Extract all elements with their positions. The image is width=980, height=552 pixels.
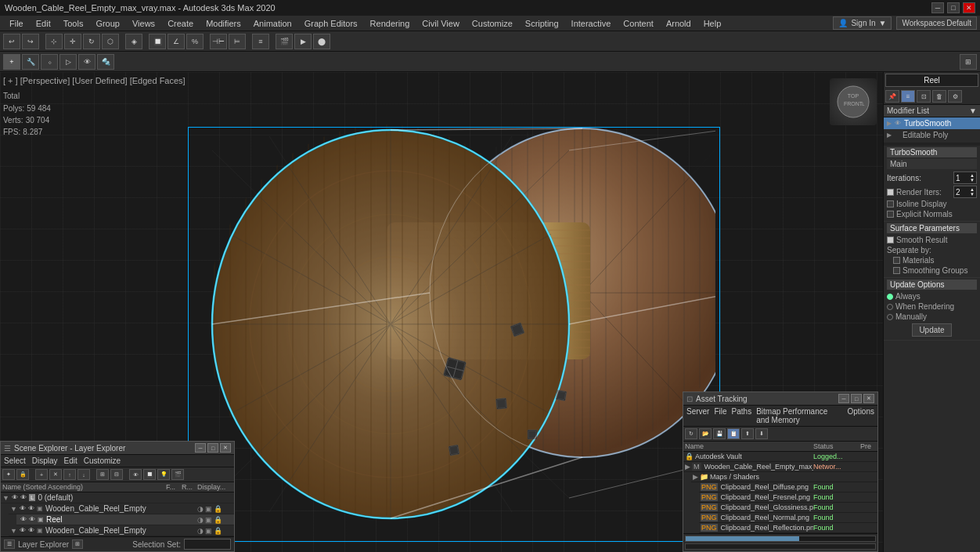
modifier-pin-icon[interactable]: 📌	[885, 90, 899, 103]
se-object-reel[interactable]: 👁 👁 ▣ Reel ◑ ▣ 🔒	[16, 514, 234, 525]
at-btn6[interactable]: ⬇	[755, 428, 768, 439]
se-menu-select[interactable]: Select	[4, 456, 26, 465]
at-btn5[interactable]: ⬆	[741, 428, 754, 439]
at-menu-paths[interactable]: Paths	[732, 407, 752, 424]
at-row-diffuse[interactable]: PNG Clipboard_Reel_Diffuse.png Found	[699, 482, 877, 492]
rotate-button[interactable]: ↻	[83, 34, 100, 49]
at-menu-server[interactable]: Server	[686, 407, 709, 424]
se-obj2-eye[interactable]: 👁	[20, 527, 26, 534]
render-setup-button[interactable]: 🎬	[276, 34, 293, 49]
snap-button[interactable]: 🔲	[149, 34, 166, 49]
at-row-maps[interactable]: ▶ 📁 Maps / Shaders	[691, 472, 877, 482]
se-obj1-eye2[interactable]: 👁	[28, 505, 34, 512]
smoothing-groups-checkbox[interactable]	[893, 267, 900, 274]
se-reel-eye[interactable]: 👁	[20, 516, 27, 523]
select-button[interactable]: ⊹	[45, 34, 63, 49]
se-btn6[interactable]: ⊟	[110, 469, 123, 480]
at-row-glossiness[interactable]: PNG Clipboard_Reel_Glossiness.png Found	[699, 503, 877, 513]
menu-help[interactable]: Help	[697, 17, 728, 30]
menu-interactive[interactable]: Interactive	[565, 17, 618, 30]
se-footer-btn1[interactable]: ☰	[4, 539, 15, 549]
se-obj1-disp-icon3[interactable]: 🔒	[214, 505, 222, 513]
close-button[interactable]: ✕	[963, 2, 975, 13]
at-btn2[interactable]: 📂	[699, 428, 712, 439]
align-button[interactable]: ⊨	[229, 34, 246, 49]
menu-tools[interactable]: Tools	[57, 17, 90, 30]
se-footer-btn2[interactable]: ⊞	[72, 539, 83, 549]
se-layer-default[interactable]: ▼ 👁 👁 L 0 (default)	[1, 492, 234, 503]
se-btn4[interactable]: ↓	[77, 469, 90, 480]
menu-create[interactable]: Create	[161, 17, 200, 30]
titlebar-controls[interactable]: ─ □ ✕	[931, 2, 975, 13]
material-editor-button[interactable]: ⬤	[313, 34, 330, 49]
at-menu-options[interactable]: Options	[848, 407, 874, 424]
at-close-button[interactable]: ✕	[863, 394, 874, 403]
se-close-button[interactable]: ✕	[220, 443, 231, 453]
angle-snap-button[interactable]: ∠	[168, 34, 185, 49]
at-minimize-button[interactable]: ─	[838, 394, 849, 403]
menu-graph-editors[interactable]: Graph Editors	[298, 17, 364, 30]
se-btn7[interactable]: 👁	[129, 469, 142, 480]
se-delete-button[interactable]: ✕	[49, 469, 62, 480]
se-reel-eye2[interactable]: 👁	[29, 516, 35, 523]
se-add-layer-button[interactable]: +	[35, 469, 48, 480]
se-minimize-button[interactable]: ─	[195, 443, 206, 453]
se-maximize-button[interactable]: □	[207, 443, 218, 453]
se-obj2-disp3[interactable]: 🔒	[214, 527, 222, 535]
menu-rendering[interactable]: Rendering	[364, 17, 416, 30]
at-btn3[interactable]: 💾	[713, 428, 726, 439]
render-button[interactable]: ▶	[294, 34, 312, 49]
se-menu-display[interactable]: Display	[32, 456, 58, 465]
at-controls[interactable]: ─ □ ✕	[838, 394, 874, 403]
smooth-result-checkbox[interactable]	[887, 236, 894, 244]
at-maps-toggle[interactable]: ▶	[693, 473, 698, 481]
se-select-all-button[interactable]: ✦	[2, 469, 15, 480]
se-layer-toggle[interactable]: ▼	[2, 494, 9, 502]
sign-in-dropdown-icon[interactable]: ▼	[879, 19, 887, 27]
se-reel-disp1[interactable]: ◑	[197, 516, 204, 524]
at-row-vault[interactable]: 🔒 Autodesk Vault Logged...	[683, 452, 877, 462]
modify-tab[interactable]: 🔧	[22, 54, 39, 70]
iterations-value[interactable]: 1 ▲ ▼	[953, 171, 977, 184]
percent-snap-button[interactable]: %	[186, 34, 204, 49]
menu-content[interactable]: Content	[617, 17, 660, 30]
render-iters-value[interactable]: 2 ▲ ▼	[953, 186, 977, 198]
mirror-button[interactable]: ⊣⊢	[210, 34, 227, 49]
menu-civil-view[interactable]: Civil View	[416, 17, 465, 30]
render-iter-down[interactable]: ▼	[970, 192, 975, 197]
materials-checkbox[interactable]	[893, 257, 900, 264]
se-object-wooden-cable-2[interactable]: ▼ 👁 👁 ▣ Wooden_Cable_Reel_Empty ◑ ▣ 🔒	[9, 525, 234, 536]
se-obj1-disp-icon2[interactable]: ▣	[205, 505, 212, 513]
at-btn1[interactable]: ↻	[685, 428, 697, 439]
menu-animation[interactable]: Animation	[247, 17, 298, 30]
se-obj2-eye2[interactable]: 👁	[28, 527, 34, 534]
menu-scripting[interactable]: Scripting	[519, 17, 565, 30]
at-btn4[interactable]: 📋	[727, 428, 740, 439]
se-obj1-toggle[interactable]: ▼	[10, 505, 17, 513]
modifier-editable-poly[interactable]: ▶ Editable Poly	[884, 129, 980, 141]
utilities-tab[interactable]: 🔩	[97, 54, 114, 70]
menu-edit[interactable]: Edit	[30, 17, 57, 30]
viewport-layout-button[interactable]: ⊞	[960, 54, 977, 70]
always-radio[interactable]	[887, 294, 893, 300]
se-lock-button[interactable]: 🔒	[16, 469, 29, 480]
modifier-config-icon[interactable]: ⚙	[948, 90, 962, 103]
sign-in-button[interactable]: 👤 Sign In ▼	[833, 16, 892, 30]
create-tab[interactable]: +	[3, 54, 20, 70]
layer-manager-button[interactable]: ≡	[252, 34, 269, 49]
motion-tab[interactable]: ▷	[59, 54, 77, 70]
menu-group[interactable]: Group	[89, 17, 126, 30]
modifier-list-dropdown-icon[interactable]: ▼	[969, 106, 977, 115]
se-reel-disp2[interactable]: ▣	[205, 516, 212, 524]
move-button[interactable]: ✛	[64, 34, 81, 49]
se-layer-default-eye[interactable]: 👁	[12, 494, 18, 501]
at-row-normal[interactable]: PNG Clipboard_Reel_Normal.png Found	[699, 513, 877, 523]
se-reel-disp3[interactable]: 🔒	[214, 516, 222, 524]
modifier-turbosmooth[interactable]: ▶ 👁 TurboSmooth	[884, 117, 980, 129]
se-btn8[interactable]: 🔲	[143, 469, 156, 480]
update-button[interactable]: Update	[912, 323, 951, 337]
workspaces-selector[interactable]: Workspaces Default	[896, 16, 977, 30]
minimize-button[interactable]: ─	[931, 2, 944, 13]
modifier-list-icon[interactable]: ≡	[901, 90, 915, 103]
reference-button[interactable]: ◈	[125, 34, 142, 49]
